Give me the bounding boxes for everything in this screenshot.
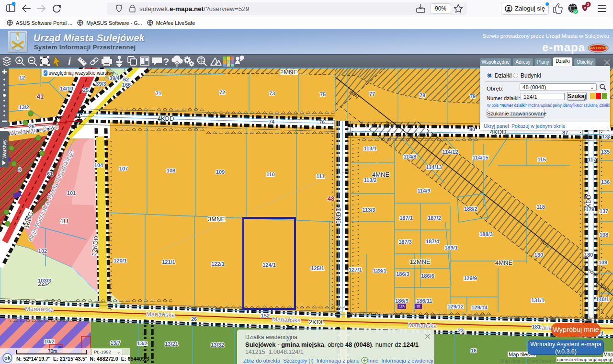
svg-text:41: 41 <box>37 93 44 100</box>
svg-text:12MNE: 12MNE <box>409 258 431 265</box>
svg-text:61: 61 <box>47 171 53 177</box>
svg-text:128/1: 128/1 <box>373 268 386 273</box>
svg-text:188/2: 188/2 <box>464 206 477 212</box>
svg-text:181: 181 <box>532 324 541 330</box>
svg-text:186/6: 186/6 <box>421 273 434 279</box>
svg-text:125/1: 125/1 <box>311 265 324 271</box>
svg-text:137: 137 <box>600 208 608 214</box>
svg-text:127/1: 127/1 <box>349 267 362 273</box>
svg-text:1U: 1U <box>60 217 68 225</box>
svg-text:124/1: 124/1 <box>262 262 276 268</box>
svg-text:87: 87 <box>562 130 568 136</box>
svg-text:4KDD: 4KDD <box>158 115 174 122</box>
svg-text:134: 134 <box>602 134 611 139</box>
svg-text:i: i <box>68 56 71 67</box>
svg-text:6: 6 <box>18 167 21 172</box>
svg-text:Mariańska: Mariańska <box>25 305 54 313</box>
svg-text:187/2: 187/2 <box>428 215 441 221</box>
svg-text:189/1: 189/1 <box>444 245 458 250</box>
svg-text:74: 74 <box>269 119 275 125</box>
svg-text:114/9: 114/9 <box>418 188 431 193</box>
svg-text:Mariańska: Mariańska <box>272 316 301 324</box>
svg-text:16: 16 <box>471 348 477 353</box>
svg-text:71: 71 <box>156 91 161 96</box>
svg-text:114/15: 114/15 <box>472 155 488 160</box>
svg-text:77: 77 <box>369 91 375 97</box>
svg-text:135: 135 <box>601 149 610 155</box>
svg-text:39/3: 39/3 <box>96 81 106 87</box>
svg-text:12: 12 <box>19 75 25 80</box>
svg-text:140/1: 140/1 <box>596 296 609 302</box>
svg-text:?: ? <box>163 56 170 67</box>
svg-text:13/7: 13/7 <box>110 340 120 346</box>
svg-text:103/3: 103/3 <box>38 278 51 284</box>
svg-text:13/2: 13/2 <box>19 104 29 110</box>
svg-text:26: 26 <box>29 124 34 129</box>
svg-text:187/1: 187/1 <box>399 215 413 221</box>
svg-text:39/4: 39/4 <box>109 75 120 81</box>
svg-text:114/8: 114/8 <box>404 154 417 159</box>
svg-text:25: 25 <box>83 87 89 93</box>
svg-text:KDD: KDD <box>585 194 592 207</box>
svg-text:13/21: 13/21 <box>165 341 178 347</box>
svg-text:104: 104 <box>94 162 103 168</box>
svg-text:Warstwy: Warstwy <box>1 139 7 159</box>
svg-text:2MNE: 2MNE <box>280 68 297 76</box>
svg-text:138: 138 <box>600 232 608 238</box>
svg-text:188/3: 188/3 <box>479 231 493 237</box>
svg-text:5KDD: 5KDD <box>335 207 342 224</box>
svg-text:2: 2 <box>587 2 590 7</box>
svg-text:166: 166 <box>122 82 131 88</box>
svg-text:115: 115 <box>537 157 546 162</box>
svg-text:179: 179 <box>586 206 594 212</box>
svg-text:78: 78 <box>420 92 425 98</box>
svg-text:70m: 70m <box>48 349 57 354</box>
svg-text:113/3: 113/3 <box>363 207 375 213</box>
svg-text:Mariańska: Mariańska <box>408 321 437 330</box>
svg-text:129/14: 129/14 <box>471 305 488 310</box>
svg-text:114/13: 114/13 <box>426 164 442 170</box>
svg-text:111: 111 <box>316 173 324 179</box>
svg-text:101: 101 <box>67 190 76 196</box>
svg-text:107: 107 <box>119 166 128 171</box>
svg-text:GEOSYSTEM: GEOSYSTEM <box>589 47 607 49</box>
svg-text:186/9: 186/9 <box>395 298 409 304</box>
svg-text:72: 72 <box>219 90 225 95</box>
svg-text:75: 75 <box>320 91 326 97</box>
svg-text:117: 117 <box>588 157 596 162</box>
svg-text:76: 76 <box>319 119 325 125</box>
svg-text:139: 139 <box>599 260 607 265</box>
svg-text:121/1: 121/1 <box>162 259 175 265</box>
svg-text:80: 80 <box>469 126 475 132</box>
svg-text:13/2: 13/2 <box>137 341 147 346</box>
svg-text:14/10: 14/10 <box>60 86 73 91</box>
svg-text:109: 109 <box>216 169 225 175</box>
svg-text:4MNE: 4MNE <box>495 259 512 266</box>
svg-text:23: 23 <box>458 328 464 333</box>
svg-text:136: 136 <box>601 179 610 185</box>
svg-text:118: 118 <box>536 204 545 210</box>
svg-text:102: 102 <box>38 248 47 254</box>
svg-text:114/12: 114/12 <box>442 149 458 155</box>
svg-text:13/32: 13/32 <box>211 342 224 348</box>
svg-text:48: 48 <box>328 195 334 202</box>
svg-text:Mariańska: Mariańska <box>146 310 175 318</box>
svg-text:73: 73 <box>269 91 275 96</box>
svg-text:110: 110 <box>266 171 275 177</box>
svg-text:129/12: 129/12 <box>447 304 464 309</box>
svg-text:2KDL: 2KDL <box>309 318 325 326</box>
svg-text:152: 152 <box>261 313 270 318</box>
svg-text:18A: 18A <box>399 305 405 308</box>
svg-text:187/3: 187/3 <box>398 239 412 245</box>
svg-text:113/2: 113/2 <box>364 177 377 183</box>
svg-text:18: 18 <box>416 305 420 308</box>
svg-text:108: 108 <box>167 168 175 173</box>
svg-text:180: 180 <box>584 252 593 258</box>
svg-text:10/2: 10/2 <box>44 339 54 344</box>
svg-text:129/9: 129/9 <box>464 275 477 281</box>
svg-text:130: 130 <box>534 252 543 258</box>
svg-text:187/4: 187/4 <box>426 239 439 244</box>
svg-text:122/1: 122/1 <box>211 261 225 267</box>
svg-text:79: 79 <box>470 93 476 99</box>
svg-text:186/3: 186/3 <box>396 271 409 277</box>
